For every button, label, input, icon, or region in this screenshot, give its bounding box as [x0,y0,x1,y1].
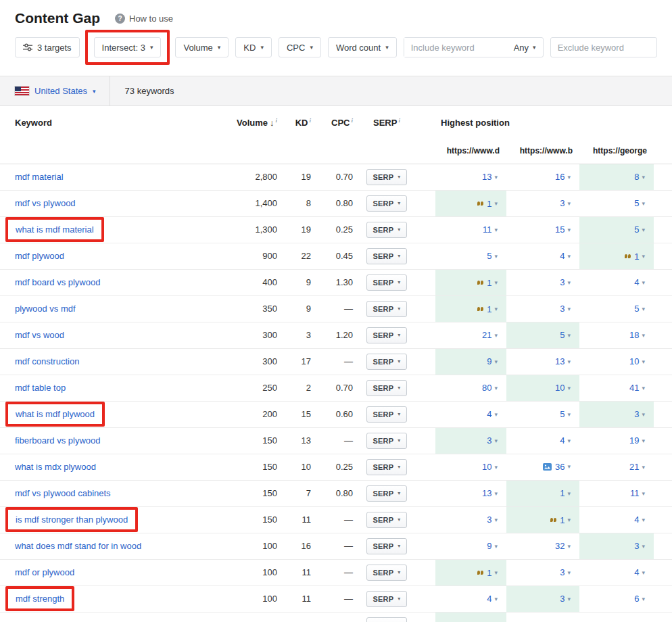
position-value[interactable]: 1 [487,199,491,209]
position-value[interactable]: 3 [487,515,491,525]
intersect-dropdown[interactable]: Intersect: 3 ▾ [94,37,162,57]
position-value[interactable]: 5 [634,224,639,235]
position-cell-target-1[interactable]: 80 ▾ [435,375,506,401]
column-header-kd[interactable]: KDi [281,106,315,139]
keyword-link[interactable]: mdf strength [5,586,74,611]
serp-button[interactable]: SERP ▾ [366,274,408,291]
position-value[interactable]: 11 [630,488,640,498]
position-cell-target-3[interactable]: 5 ▾ [579,295,654,322]
column-header-cpc[interactable]: CPCi [315,106,357,139]
position-cell-target-3[interactable]: 5 ▾ [579,190,654,216]
serp-button[interactable]: SERP ▾ [366,485,408,502]
position-value[interactable]: 5 [560,409,565,419]
position-value[interactable]: 19 [629,435,639,446]
serp-button[interactable]: SERP ▾ [366,538,408,554]
kd-filter-dropdown[interactable]: KD ▾ [235,37,272,57]
serp-button[interactable]: SERP ▾ [366,301,408,317]
position-cell-target-1[interactable]: 3 ▾ [435,427,506,454]
position-cell-target-1[interactable]: 13 ▾ [435,480,506,506]
how-to-use-link[interactable]: ? How to use [115,14,173,24]
keyword-link[interactable]: mdf material [15,172,64,182]
position-value[interactable]: 10 [555,383,565,393]
volume-filter-dropdown[interactable]: Volume ▾ [175,37,229,57]
country-selector[interactable]: United States ▾ [15,76,110,105]
position-value[interactable]: 16 [555,172,565,182]
position-value[interactable]: 21 [629,462,639,472]
serp-button[interactable]: SERP ▾ [366,354,408,370]
position-value[interactable]: 5 [487,251,491,261]
keyword-link[interactable]: is mdf stronger than plywood [5,507,138,532]
keyword-link[interactable]: mdf or plywood [15,567,74,577]
column-header-volume[interactable]: Volume↓i [218,106,281,139]
position-value[interactable]: 10 [629,356,639,366]
cpc-filter-dropdown[interactable]: CPC ▾ [279,37,321,57]
serp-button[interactable]: SERP ▾ [366,222,408,238]
targets-button[interactable]: 3 targets [15,37,80,57]
position-value[interactable]: 11 [483,224,492,235]
position-value[interactable]: 1 [560,515,565,525]
position-cell-target-2[interactable]: 13 ▾ [506,348,579,375]
position-value[interactable]: 3 [634,409,639,419]
position-cell-target-2[interactable]: 4 ▾ [506,427,579,454]
keyword-link[interactable]: mdf vs wood [15,330,64,340]
position-cell-target-2[interactable]: 32 ▾ [506,533,579,559]
position-cell-target-3[interactable]: 19 ▾ [579,427,654,454]
position-cell-target-3[interactable]: 8 ▾ [579,164,654,190]
serp-button[interactable]: SERP ▾ [366,248,408,264]
position-value[interactable]: 3 [560,304,565,314]
word-count-dropdown[interactable]: Word count ▾ [328,37,397,57]
keyword-link[interactable]: mdf construction [15,356,79,366]
serp-button[interactable]: SERP ▾ [366,591,408,607]
position-value[interactable]: 21 [482,330,491,340]
position-value[interactable]: 4 [487,594,491,604]
position-cell-target-2[interactable]: 36 ▾ [506,454,579,480]
position-cell-target-3[interactable]: 6 ▾ [579,585,654,612]
position-value[interactable]: 13 [555,356,565,366]
position-value[interactable]: 3 [487,435,491,446]
keyword-link[interactable]: mdf table top [15,383,66,393]
position-cell-target-2[interactable]: 3 ▾ [506,585,579,612]
position-value[interactable]: 3 [560,594,565,604]
position-cell-target-1[interactable]: 1 ▾ [435,190,506,216]
position-cell-target-2[interactable]: 5 ▾ [506,322,579,348]
serp-button[interactable]: SERP ▾ [366,406,408,423]
serp-button[interactable]: SERP ▾ [366,459,408,475]
position-cell-target-2[interactable]: 3 ▾ [506,269,579,295]
position-cell-target-3[interactable]: 4 ▾ [579,269,654,295]
position-cell-target-1[interactable]: 1 ▾ [435,295,506,322]
position-value[interactable]: 8 [634,172,639,182]
position-cell-target-3[interactable]: 21 ▾ [579,454,654,480]
serp-button[interactable]: SERP ▾ [366,565,408,581]
position-cell-target-1[interactable]: 1 ▾ [435,269,506,295]
position-cell-target-3[interactable]: 4 ▾ [579,559,654,585]
include-keyword-input[interactable] [404,38,507,57]
keyword-link[interactable]: what is mdf plywood [5,402,105,427]
keyword-link[interactable]: what does mdf stand for in wood [15,541,141,551]
keyword-link[interactable]: what is mdf material [5,217,104,242]
any-dropdown[interactable]: Any ▾ [507,38,543,57]
position-value[interactable]: 4 [560,435,565,446]
keyword-link[interactable]: mdf vs plywood [15,198,76,208]
position-cell-target-1[interactable]: 9 ▾ [435,348,506,375]
position-value[interactable]: 32 [555,541,565,551]
position-cell-target-1[interactable]: 4 ▾ [435,401,506,427]
position-value[interactable]: 4 [560,251,565,261]
position-cell-target-1[interactable]: 1 ▾ [435,559,506,585]
serp-button[interactable]: SERP ▾ [366,195,408,212]
position-value[interactable]: 1 [634,252,639,262]
position-value[interactable]: 36 [555,462,565,472]
position-cell-target-3[interactable]: 3 ▾ [579,533,654,559]
position-value[interactable]: 3 [560,277,565,287]
position-cell-target-3[interactable]: 5 ▾ [579,216,654,243]
position-cell-target-1[interactable]: 21 ▾ [435,322,506,348]
position-cell-target-2[interactable]: 4 ▾ [506,243,579,269]
position-value[interactable]: 9 [487,356,491,366]
position-value[interactable]: 41 [629,383,639,393]
position-value[interactable]: 1 [487,568,491,578]
position-value[interactable]: 4 [487,409,491,419]
serp-button[interactable]: SERP ▾ [366,169,408,185]
position-cell-target-2[interactable]: 3 ▾ [506,559,579,585]
position-cell-target-3[interactable]: 11 ▾ [579,480,654,506]
position-value[interactable]: 13 [482,488,491,498]
position-value[interactable]: 4 [634,277,639,287]
